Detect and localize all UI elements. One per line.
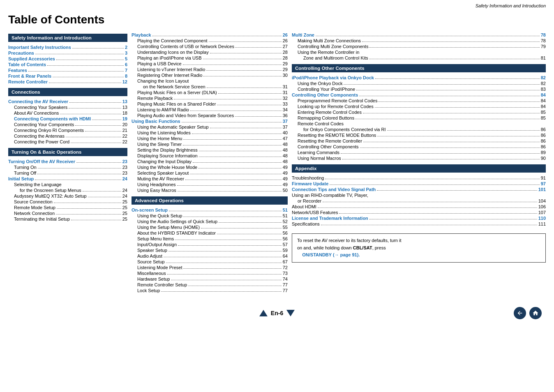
toc-entry: Using an RIHD-compatible TV, Player, bbox=[292, 192, 546, 198]
toc-entry: License and Trademark Information 110 bbox=[292, 215, 546, 221]
toc-entry: on the Network Service Screen 31 bbox=[132, 84, 288, 90]
toc-entry: Muting the AV Receiver 49 bbox=[132, 176, 288, 182]
toc-entry: Initial Setup 24 bbox=[8, 176, 127, 182]
back-icon-button[interactable] bbox=[514, 307, 526, 319]
toc-entry: Using the Audio Settings of Quick Setup … bbox=[132, 219, 288, 224]
toc-entry: Firmware Update 97 bbox=[292, 181, 546, 187]
toc-entry: Source Setup 67 bbox=[132, 259, 288, 265]
toc-entry: Zone and Multiroom Control Kits 81 bbox=[292, 55, 546, 61]
toc-entry: Playing Music Files on a Server (DLNA) 3… bbox=[132, 90, 288, 95]
toc-entry: Troubleshooting 91 bbox=[292, 175, 546, 181]
appendix-entries: Troubleshooting 91 Firmware Update 97 Co… bbox=[292, 175, 546, 227]
toc-entry: Connecting Your Speakers 13 bbox=[8, 104, 127, 110]
toc-entry: Miscellaneous 73 bbox=[132, 270, 288, 276]
toc-entry: Using Normal Macros 90 bbox=[292, 155, 546, 161]
toc-entry: About HDMI 106 bbox=[292, 204, 546, 210]
toc-entry: for Onkyo Components Connected via RI 86 bbox=[292, 127, 546, 132]
toc-entry: Connecting Components with HDMI 19 bbox=[8, 116, 127, 122]
home-icon-button[interactable] bbox=[529, 307, 542, 319]
toc-entry: or Recorder 104 bbox=[292, 198, 546, 204]
toc-entry: Making Multi Zone Connections 78 bbox=[292, 38, 546, 44]
toc-entry: Remote Mode Setup 25 bbox=[8, 205, 127, 210]
col-left: Table of Contents Safety Information and… bbox=[8, 10, 127, 293]
toc-entry: Connecting Your Components 20 bbox=[8, 122, 127, 127]
toc-entry: Resetting the Remote Controller 86 bbox=[292, 138, 546, 144]
toc-entry: Multi Zone 78 bbox=[292, 32, 546, 38]
toc-entry: Supplied Accessories 5 bbox=[8, 56, 127, 62]
section-connections-header: Connections bbox=[8, 88, 127, 96]
toc-entry: Learning Commands 89 bbox=[292, 150, 546, 155]
toc-entry: Using Basic Functions 37 bbox=[132, 118, 288, 124]
toc-entry: Input/Output Assign 57 bbox=[132, 242, 288, 247]
toc-entry: Listening to AM/FM Radio 34 bbox=[132, 107, 288, 113]
toc-entry: Selecting the Language bbox=[8, 182, 127, 187]
toc-entry: Displaying Source Information 48 bbox=[132, 153, 288, 159]
reset-text-2: on and, while holding down bbox=[297, 245, 353, 250]
toc-entry: Precautions 3 bbox=[8, 50, 127, 56]
toc-entry: Hardware Setup 74 bbox=[132, 276, 288, 282]
toc-entry: Network/USB Features 107 bbox=[292, 210, 546, 215]
toc-entry: Source Connection 25 bbox=[8, 199, 127, 205]
toc-entry: Table of Contents 6 bbox=[8, 62, 127, 67]
toc-entry: Setting the Display Brightness 48 bbox=[132, 147, 288, 153]
toc-entry: Playing an iPod/iPhone via USB 28 bbox=[132, 55, 288, 61]
next-page-button[interactable] bbox=[286, 310, 295, 316]
toc-entry: Connecting the Antennas 22 bbox=[8, 133, 127, 139]
page-title: Table of Contents bbox=[8, 13, 127, 26]
toc-entry: Lock Setup 77 bbox=[132, 288, 288, 293]
multizone-entries: Multi Zone 78 Making Multi Zone Connecti… bbox=[292, 32, 546, 61]
toc-entry: Using the Setup Menu (HOME) 55 bbox=[132, 224, 288, 230]
toc-entry: Using the Quick Setup 51 bbox=[132, 213, 288, 219]
toc-entry: Using Headphones 49 bbox=[132, 182, 288, 187]
toc-entry: Controlling Multi Zone Components 79 bbox=[292, 44, 546, 49]
toc-entry: Changing the Input Display 48 bbox=[132, 159, 288, 164]
playback-entries: Playback 26 Playing the Connected Compon… bbox=[132, 32, 288, 193]
toc-entry: Controlling Other Components 86 bbox=[292, 144, 546, 150]
toc-entry: Connecting the AV Receiver 13 bbox=[8, 99, 127, 104]
toc-entry: Remote Playback 32 bbox=[132, 95, 288, 101]
toc-entry: Using Easy Macros 50 bbox=[132, 187, 288, 193]
toc-entry: Specifications 111 bbox=[292, 221, 546, 227]
toc-entry: Features 7 bbox=[8, 67, 127, 73]
toc-entry: Connecting the Power Cord 22 bbox=[8, 139, 127, 145]
advanced-entries: On-screen Setup 51 Using the Quick Setup… bbox=[132, 207, 288, 293]
toc-entry: Preprogrammed Remote Control Codes 84 bbox=[292, 98, 546, 104]
toc-entry: Network Connection 25 bbox=[8, 210, 127, 216]
toc-entry: Playing the Connected Component 26 bbox=[132, 38, 288, 44]
toc-entry: Using the Home Menu 47 bbox=[132, 136, 288, 141]
toc-entry: for the Onscreen Setup Menus 24 bbox=[8, 187, 127, 193]
toc-entry: Controlling Your iPod/iPhone 83 bbox=[292, 86, 546, 92]
toc-entry: Playing a USB Device 29 bbox=[132, 61, 288, 67]
connections-entries: Connecting the AV Receiver 13 Connecting… bbox=[8, 99, 127, 145]
toc-entry: Remote Controller Setup 77 bbox=[132, 282, 288, 288]
toc-entry: Playing Music Files on a Shared Folder 3… bbox=[132, 101, 288, 107]
col-right: Multi Zone 78 Making Multi Zone Connecti… bbox=[292, 10, 546, 293]
toc-entry: Using the Whole House Mode 49 bbox=[132, 164, 288, 170]
toc-entry: About the HYBRID STANDBY Indicator 56 bbox=[132, 230, 288, 236]
section-advanced-header: Advanced Operations bbox=[132, 196, 288, 205]
controlling-entries: iPod/iPhone Playback via Onkyo Dock 82 U… bbox=[292, 75, 546, 161]
toc-entry: Controlling Other Components 84 bbox=[292, 92, 546, 98]
footer-icons bbox=[514, 307, 542, 319]
toc-entry: Registering Other Internet Radio 30 bbox=[132, 72, 288, 78]
toc-entry: Turning On 23 bbox=[8, 164, 127, 170]
toc-entry: Using the Remote Controller in bbox=[292, 49, 546, 55]
reset-standby-link[interactable]: ON/STANDBY (→ page 91). bbox=[302, 252, 360, 257]
page-number: En-6 bbox=[271, 310, 283, 316]
toc-entry: iPod/iPhone Playback via Onkyo Dock 82 bbox=[292, 75, 546, 81]
turning-entries: Turning On/Off the AV Receiver 23 Turnin… bbox=[8, 159, 127, 222]
reset-text-1: To reset the AV receiver to its factory … bbox=[297, 238, 402, 243]
prev-page-button[interactable] bbox=[259, 310, 268, 316]
toc-entry: Connection Tips and Video Signal Path 10… bbox=[292, 187, 546, 192]
toc-entry: On-screen Setup 51 bbox=[132, 207, 288, 213]
reset-text-3: , press bbox=[372, 245, 386, 250]
section-controlling-header: Controlling Other Components bbox=[292, 64, 546, 72]
toc-entry: Speaker Setup 59 bbox=[132, 247, 288, 253]
toc-entry: Audio Adjust 64 bbox=[132, 253, 288, 259]
toc-entry: Using the Automatic Speaker Setup 37 bbox=[132, 124, 288, 130]
toc-entry: Playing Audio and Video from Separate So… bbox=[132, 113, 288, 118]
toc-entry: Using the Onkyo Dock 82 bbox=[292, 81, 546, 86]
toc-entry: Selecting Speaker Layout 49 bbox=[132, 170, 288, 176]
toc-entry: Remapping Colored Buttons 85 bbox=[292, 115, 546, 121]
toc-entry: Remote Control Codes bbox=[292, 121, 546, 127]
